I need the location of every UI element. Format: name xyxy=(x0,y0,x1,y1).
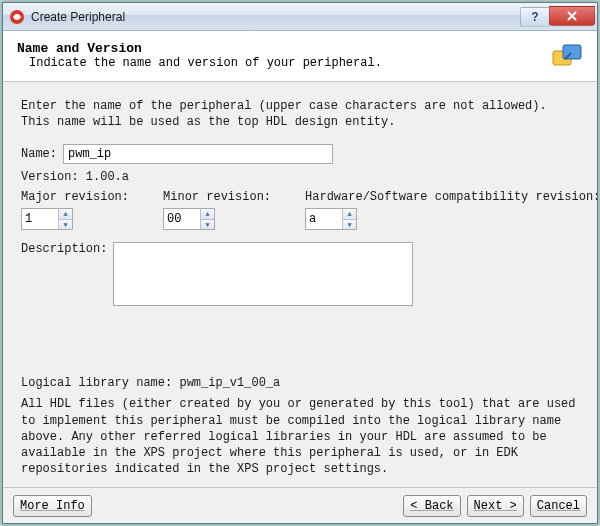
library-name-value: pwm_ip_v1_00_a xyxy=(179,376,280,390)
dialog-window: Create Peripheral ? Name and Version Ind… xyxy=(2,2,598,524)
major-label: Major revision: xyxy=(21,190,129,204)
help-button[interactable]: ? xyxy=(520,7,550,27)
content-area: Enter the name of the peripheral (upper … xyxy=(3,82,597,487)
spinner-down-icon[interactable]: ▼ xyxy=(343,220,356,230)
spinner-down-icon[interactable]: ▼ xyxy=(201,220,214,230)
spinner-up-icon[interactable]: ▲ xyxy=(201,209,214,220)
window-controls: ? xyxy=(521,7,595,27)
name-label: Name: xyxy=(21,147,57,161)
major-input[interactable] xyxy=(22,209,58,229)
hwsw-spinner[interactable]: ▲ ▼ xyxy=(305,208,357,230)
spinner-up-icon[interactable]: ▲ xyxy=(343,209,356,220)
button-bar: More Info < Back Next > Cancel xyxy=(3,487,597,523)
next-button[interactable]: Next > xyxy=(467,495,524,517)
major-spinner[interactable]: ▲ ▼ xyxy=(21,208,73,230)
library-name-row: Logical library name: pwm_ip_v1_00_a xyxy=(21,376,579,390)
spinner-down-icon[interactable]: ▼ xyxy=(59,220,72,230)
version-text: Version: 1.00.a xyxy=(21,170,579,184)
description-input[interactable] xyxy=(113,242,413,306)
intro-text: Enter the name of the peripheral (upper … xyxy=(21,98,579,130)
wizard-header: Name and Version Indicate the name and v… xyxy=(3,31,597,82)
more-info-button[interactable]: More Info xyxy=(13,495,92,517)
spinner-up-icon[interactable]: ▲ xyxy=(59,209,72,220)
description-row: Description: xyxy=(21,242,579,306)
library-name-label: Logical library name: xyxy=(21,376,172,390)
back-button[interactable]: < Back xyxy=(403,495,460,517)
page-title: Name and Version xyxy=(17,41,551,56)
minor-label: Minor revision: xyxy=(163,190,271,204)
app-icon xyxy=(9,9,25,25)
window-title: Create Peripheral xyxy=(31,10,521,24)
revision-group: Major revision: ▲ ▼ Minor revision: ▲ ▼ xyxy=(21,190,579,230)
name-input[interactable] xyxy=(63,144,333,164)
cancel-button[interactable]: Cancel xyxy=(530,495,587,517)
description-label: Description: xyxy=(21,242,107,256)
wizard-icon xyxy=(551,41,583,73)
close-button[interactable] xyxy=(549,6,595,26)
hwsw-label: Hardware/Software compatibility revision… xyxy=(305,190,597,204)
minor-input[interactable] xyxy=(164,209,200,229)
minor-spinner[interactable]: ▲ ▼ xyxy=(163,208,215,230)
title-bar: Create Peripheral ? xyxy=(3,3,597,31)
library-description: All HDL files (either created by you or … xyxy=(21,396,579,477)
name-row: Name: xyxy=(21,144,579,164)
hwsw-input[interactable] xyxy=(306,209,342,229)
page-subtitle: Indicate the name and version of your pe… xyxy=(17,56,551,70)
